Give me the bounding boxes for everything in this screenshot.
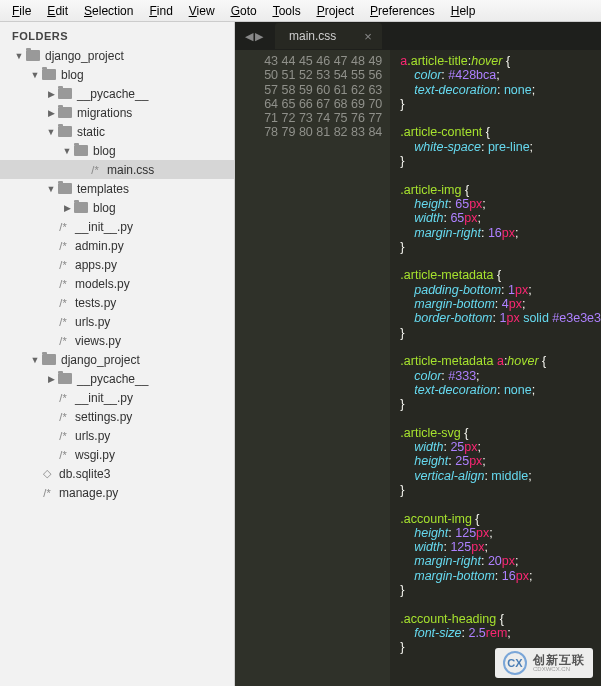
file-icon: ◇ [40, 467, 54, 480]
sidebar-header: FOLDERS [0, 22, 234, 46]
folder-blog[interactable]: blog [0, 198, 234, 217]
folder-icon [42, 69, 56, 80]
file-icon: /* [56, 392, 70, 404]
watermark-badge-icon: CX [503, 651, 527, 675]
chevron-right-icon[interactable] [46, 108, 56, 118]
close-icon[interactable]: × [364, 29, 372, 44]
folder-django_project[interactable]: django_project [0, 46, 234, 65]
folder-static[interactable]: static [0, 122, 234, 141]
tree-label: __pycache__ [77, 372, 148, 386]
tree-label: views.py [75, 334, 121, 348]
main-area: FOLDERS django_projectblog__pycache__mig… [0, 22, 601, 686]
menu-tools[interactable]: Tools [265, 4, 309, 18]
file-db.sqlite3[interactable]: ◇db.sqlite3 [0, 464, 234, 483]
file-icon: /* [56, 316, 70, 328]
menu-file[interactable]: File [4, 4, 39, 18]
tree-label: blog [61, 68, 84, 82]
code-content[interactable]: a.article-title:hover { color: #428bca; … [390, 50, 601, 686]
watermark: CX 创新互联 CDXWCX.CN [495, 648, 593, 678]
tree-label: templates [77, 182, 129, 196]
folder-django_project[interactable]: django_project [0, 350, 234, 369]
file-icon: /* [88, 164, 102, 176]
chevron-down-icon[interactable] [46, 184, 56, 194]
file-icon: /* [56, 335, 70, 347]
file-admin.py[interactable]: /*admin.py [0, 236, 234, 255]
file-manage.py[interactable]: /*manage.py [0, 483, 234, 502]
file-icon: /* [56, 221, 70, 233]
folder-__pycache__[interactable]: __pycache__ [0, 369, 234, 388]
tab-label: main.css [289, 29, 336, 43]
folder-__pycache__[interactable]: __pycache__ [0, 84, 234, 103]
file-__init__.py[interactable]: /*__init__.py [0, 217, 234, 236]
tree-label: admin.py [75, 239, 124, 253]
tab-next-icon[interactable]: ▶ [255, 30, 263, 43]
file-models.py[interactable]: /*models.py [0, 274, 234, 293]
file-tests.py[interactable]: /*tests.py [0, 293, 234, 312]
chevron-right-icon[interactable] [62, 203, 72, 213]
folder-icon [58, 88, 72, 99]
chevron-right-icon[interactable] [46, 374, 56, 384]
folder-icon [42, 354, 56, 365]
menu-help[interactable]: Help [443, 4, 484, 18]
folder-icon [74, 145, 88, 156]
folder-blog[interactable]: blog [0, 141, 234, 160]
sidebar: FOLDERS django_projectblog__pycache__mig… [0, 22, 235, 686]
file-views.py[interactable]: /*views.py [0, 331, 234, 350]
code-area[interactable]: 43 44 45 46 47 48 49 50 51 52 53 54 55 5… [235, 50, 601, 686]
folder-blog[interactable]: blog [0, 65, 234, 84]
tab-main-css[interactable]: main.css × [275, 23, 382, 49]
file-icon: /* [56, 278, 70, 290]
watermark-sub: CDXWCX.CN [533, 666, 585, 672]
folder-migrations[interactable]: migrations [0, 103, 234, 122]
file-icon: /* [56, 449, 70, 461]
file-icon: /* [56, 259, 70, 271]
file-settings.py[interactable]: /*settings.py [0, 407, 234, 426]
tree-label: urls.py [75, 429, 110, 443]
tab-bar: ◀ ▶ main.css × [235, 22, 601, 50]
folder-tree: django_projectblog__pycache__migrationss… [0, 46, 234, 512]
tree-label: db.sqlite3 [59, 467, 110, 481]
folder-templates[interactable]: templates [0, 179, 234, 198]
tree-label: wsgi.py [75, 448, 115, 462]
tree-label: blog [93, 201, 116, 215]
menu-edit[interactable]: Edit [39, 4, 76, 18]
file-__init__.py[interactable]: /*__init__.py [0, 388, 234, 407]
file-urls.py[interactable]: /*urls.py [0, 312, 234, 331]
chevron-down-icon[interactable] [14, 51, 24, 61]
chevron-down-icon[interactable] [30, 355, 40, 365]
menu-find[interactable]: Find [141, 4, 180, 18]
menu-view[interactable]: View [181, 4, 223, 18]
tree-label: static [77, 125, 105, 139]
menu-project[interactable]: Project [309, 4, 362, 18]
chevron-right-icon[interactable] [46, 89, 56, 99]
menubar: FileEditSelectionFindViewGotoToolsProjec… [0, 0, 601, 22]
chevron-down-icon[interactable] [30, 70, 40, 80]
menu-goto[interactable]: Goto [223, 4, 265, 18]
file-icon: /* [56, 297, 70, 309]
tab-nav: ◀ ▶ [239, 30, 269, 43]
file-wsgi.py[interactable]: /*wsgi.py [0, 445, 234, 464]
tree-label: migrations [77, 106, 132, 120]
file-urls.py[interactable]: /*urls.py [0, 426, 234, 445]
tree-label: django_project [61, 353, 140, 367]
file-icon: /* [56, 430, 70, 442]
folder-icon [58, 107, 72, 118]
tree-label: models.py [75, 277, 130, 291]
chevron-down-icon[interactable] [62, 146, 72, 156]
file-apps.py[interactable]: /*apps.py [0, 255, 234, 274]
folder-icon [58, 183, 72, 194]
file-icon: /* [40, 487, 54, 499]
menu-preferences[interactable]: Preferences [362, 4, 443, 18]
tree-label: manage.py [59, 486, 118, 500]
tree-label: urls.py [75, 315, 110, 329]
tree-label: settings.py [75, 410, 132, 424]
folder-icon [58, 373, 72, 384]
tree-label: main.css [107, 163, 154, 177]
tab-prev-icon[interactable]: ◀ [245, 30, 253, 43]
menu-selection[interactable]: Selection [76, 4, 141, 18]
tree-label: apps.py [75, 258, 117, 272]
folder-icon [26, 50, 40, 61]
chevron-down-icon[interactable] [46, 127, 56, 137]
folder-icon [74, 202, 88, 213]
file-main.css[interactable]: /*main.css [0, 160, 234, 179]
